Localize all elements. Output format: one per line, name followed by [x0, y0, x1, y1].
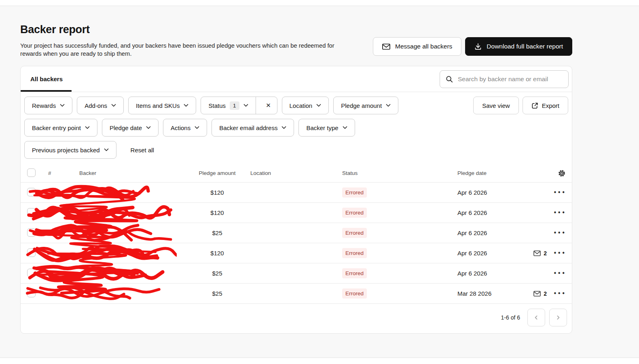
row-checkbox[interactable] — [27, 208, 36, 217]
filter-chip-label: Rewards — [32, 102, 56, 109]
row-checkbox[interactable] — [27, 269, 36, 277]
filter-chip-pledge-amount[interactable]: Pledge amount — [333, 97, 398, 114]
previous-page-button[interactable] — [527, 309, 545, 326]
status-badge: Errored — [342, 288, 367, 299]
filter-chip-add-ons[interactable]: Add-ons — [77, 97, 124, 114]
filter-chip-backer-email-address[interactable]: Backer email address — [212, 119, 294, 137]
filter-chip-label: Pledge amount — [341, 102, 382, 109]
filter-right-actions: Save view Export — [473, 97, 568, 114]
filter-chip-backer-entry-point[interactable]: Backer entry point — [24, 119, 97, 137]
row-checkbox[interactable] — [27, 248, 36, 257]
gear-icon[interactable] — [558, 169, 566, 177]
pledge-amount: $25 — [185, 270, 250, 277]
reset-all-filters-button[interactable]: Reset all — [121, 147, 164, 154]
save-view-label: Save view — [482, 102, 510, 109]
search-icon — [446, 76, 453, 83]
row-overflow-menu-button[interactable]: ••• — [553, 290, 566, 297]
filter-count-badge: 1 — [230, 101, 239, 110]
bottom-divider-strip — [0, 358, 639, 364]
filter-row-3: Previous projects backed Reset all — [24, 141, 568, 159]
filter-chip-rewards[interactable]: Rewards — [24, 97, 72, 114]
status-badge: Errored — [342, 208, 367, 218]
column-header-backer: Backer — [65, 170, 185, 176]
filter-chip-previous-projects-backed[interactable]: Previous projects backed — [24, 141, 116, 159]
status-badge: Errored — [342, 248, 367, 258]
export-label: Export — [542, 102, 559, 109]
row-overflow-menu-button[interactable]: ••• — [553, 270, 566, 277]
chevron-right-icon — [555, 315, 561, 320]
message-count[interactable]: 2 — [533, 290, 547, 297]
column-header-status: Status — [334, 170, 450, 176]
pledge-date: Mar 28 2026 — [450, 290, 518, 297]
pledge-date: Apr 6 2026 — [450, 229, 518, 236]
filter-chip-label: Items and SKUs — [136, 102, 180, 109]
table-row: $25ErroredApr 6 2026••• — [21, 263, 572, 284]
envelope-icon — [533, 291, 541, 297]
row-checkbox[interactable] — [27, 289, 36, 297]
search-box[interactable] — [440, 70, 569, 88]
filter-chip-actions[interactable]: Actions — [163, 119, 207, 137]
page-title: Backer report — [20, 23, 344, 36]
chevron-down-icon — [111, 104, 116, 107]
envelope-icon — [533, 250, 541, 256]
pledge-amount: $120 — [185, 209, 250, 216]
chevron-down-icon — [386, 104, 391, 107]
download-icon — [474, 43, 482, 50]
row-checkbox[interactable] — [27, 188, 36, 196]
pledge-amount: $120 — [185, 250, 250, 257]
status-badge: Errored — [342, 187, 367, 198]
row-overflow-menu-button[interactable]: ••• — [553, 209, 566, 217]
message-count[interactable]: 2 — [533, 250, 547, 257]
row-overflow-menu-button[interactable]: ••• — [553, 250, 566, 257]
chevron-down-icon — [104, 148, 109, 151]
table-body: $120ErroredApr 6 2026•••$120ErroredApr 6… — [21, 183, 572, 304]
download-backer-report-button[interactable]: Download full backer report — [465, 37, 572, 56]
pledge-amount: $120 — [185, 189, 250, 196]
backer-report-page: Backer report Your project has successfu… — [0, 0, 639, 364]
message-count-value: 2 — [544, 290, 547, 297]
chevron-left-icon — [533, 315, 539, 320]
row-overflow-menu-button[interactable]: ••• — [553, 189, 566, 196]
column-header-pledge-amount: Pledge amount — [185, 170, 250, 176]
tab-bar: All backers — [21, 66, 572, 92]
table-row: $25ErroredApr 6 2026••• — [21, 223, 572, 243]
filter-chip-items-and-skus[interactable]: Items and SKUs — [128, 97, 196, 114]
filter-chip-backer-type[interactable]: Backer type — [298, 119, 355, 137]
table-row: $120ErroredApr 6 2026••• — [21, 183, 572, 203]
pledge-amount: $25 — [185, 290, 250, 297]
filter-chip-label: Location — [290, 102, 313, 109]
pledge-date: Apr 6 2026 — [450, 189, 518, 196]
select-all-checkbox[interactable] — [27, 168, 36, 177]
message-all-backers-button[interactable]: Message all backers — [373, 37, 461, 56]
filter-chip-label: Backer entry point — [32, 124, 81, 131]
column-header-number: # — [40, 170, 65, 176]
filter-chip-label: Actions — [171, 124, 190, 131]
clear-filter-button[interactable]: ✕ — [260, 97, 277, 114]
export-button[interactable]: Export — [523, 97, 568, 114]
chevron-down-icon — [243, 104, 248, 107]
row-checkbox[interactable] — [27, 228, 36, 237]
save-view-button[interactable]: Save view — [473, 97, 518, 114]
pledge-date: Apr 6 2026 — [450, 250, 518, 257]
chevron-down-icon — [316, 104, 321, 107]
filter-chip-status[interactable]: Status1✕ — [201, 97, 277, 114]
pagination-range-label: 1-6 of 6 — [501, 314, 520, 321]
filter-row-2: Backer entry pointPledge dateActionsBack… — [24, 119, 568, 137]
backers-card: All backers RewardsAdd-onsItems and SKUs… — [20, 66, 572, 334]
chevron-down-icon — [343, 126, 347, 129]
filter-chip-location[interactable]: Location — [282, 97, 329, 114]
filter-chip-label: Pledge date — [110, 124, 142, 131]
filter-chip-label: Status — [208, 102, 226, 109]
filters-section: RewardsAdd-onsItems and SKUsStatus1✕Loca… — [21, 92, 572, 159]
page-description: Your project has successfully funded, an… — [20, 42, 344, 58]
row-overflow-menu-button[interactable]: ••• — [553, 229, 566, 237]
table-row: $120ErroredApr 6 2026••• — [21, 203, 572, 223]
tab-all-backers[interactable]: All backers — [21, 66, 72, 92]
search-input[interactable] — [457, 75, 563, 83]
pagination: 1-6 of 6 — [21, 304, 572, 326]
chevron-down-icon — [85, 126, 90, 129]
export-icon — [531, 102, 538, 109]
next-page-button[interactable] — [549, 309, 567, 326]
filter-chip-pledge-date[interactable]: Pledge date — [102, 119, 159, 137]
message-all-backers-label: Message all backers — [395, 43, 452, 50]
